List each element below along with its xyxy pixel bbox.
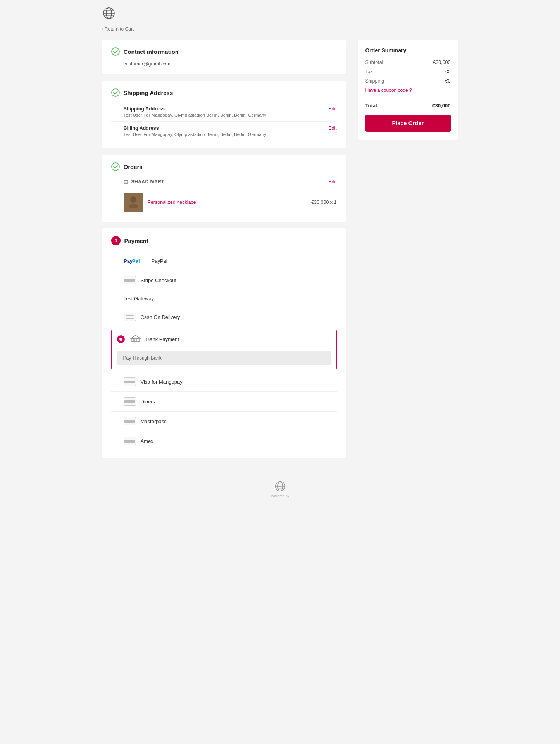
paypal-icon: Pay Pal (124, 257, 147, 265)
contact-email: customer@gmail.com (111, 61, 337, 67)
breadcrumb-text[interactable]: Return to Cart (105, 26, 134, 32)
payment-method-masterpass[interactable]: Masterpass (111, 412, 337, 431)
billing-address-row: Billing Address Test User For Mangopay, … (111, 122, 337, 141)
amex-label: Amex (141, 438, 153, 444)
coupon-link[interactable]: Have a coupon code ? (365, 88, 451, 93)
order-price: €30,000 x 1 (311, 200, 336, 205)
shipping-label: Shipping (365, 78, 384, 84)
svg-rect-16 (138, 338, 140, 341)
billing-address-text: Test User For Mangopay, Olympiastadion B… (124, 132, 267, 137)
shipping-title: Shipping Address (124, 90, 173, 96)
orders-section: Orders ⊟ SHAAD MART Edit (102, 155, 346, 222)
bank-radio-selected (117, 335, 125, 343)
payment-method-amex[interactable]: Amex (111, 431, 337, 451)
payment-method-visa[interactable]: Visa for Mangopay (111, 372, 337, 392)
cod-icon (124, 313, 136, 321)
orders-check-icon (111, 162, 120, 171)
payment-step-badge: 4 (111, 236, 121, 245)
payment-section: 4 Payment Pay Pal PayPal (102, 228, 346, 458)
contact-section: Contact information customer@gmail.com (102, 40, 346, 74)
svg-point-9 (130, 196, 136, 203)
shipping-section: Shipping Address Shipping Address Test U… (102, 81, 346, 148)
store-icon: ⊟ (124, 179, 128, 185)
svg-point-10 (129, 204, 138, 208)
pay-through-bank-box: Pay Through Bank (117, 351, 331, 365)
orders-edit-button[interactable]: Edit (329, 179, 337, 184)
shipping-address-text: Test User For Mangopay, Olympiastadion B… (124, 113, 267, 117)
payment-method-cod[interactable]: Cash On Delivery (111, 307, 337, 327)
tax-label: Tax (365, 69, 373, 74)
place-order-button[interactable]: Place Order (365, 115, 451, 132)
payment-method-bank-selected[interactable]: Bank Payment Pay Through Bank (111, 329, 337, 370)
bank-payment-row[interactable]: Bank Payment (112, 329, 336, 349)
paypal-label: PayPal (152, 258, 167, 264)
summary-tax-row: Tax €0 (365, 69, 451, 74)
orders-header: Orders (111, 162, 337, 171)
test-gateway-label: Test Gateway (124, 296, 154, 301)
svg-point-5 (112, 48, 119, 55)
product-thumbnail (124, 193, 143, 212)
footer-text: Powered by (271, 494, 289, 498)
svg-marker-13 (131, 335, 140, 338)
masterpass-card-icon (124, 417, 136, 425)
amex-card-icon (124, 437, 136, 445)
masterpass-label: Masterpass (141, 418, 167, 424)
svg-point-7 (112, 163, 119, 170)
svg-text:Pay: Pay (124, 258, 133, 264)
chevron-icon: ‹ (102, 27, 103, 31)
order-item-row: Personalized necklace €30,000 x 1 (111, 190, 337, 214)
shipping-edit-button[interactable]: Edit (329, 106, 337, 112)
payment-title: Payment (124, 238, 149, 244)
payment-method-diners[interactable]: Diners (111, 392, 337, 412)
footer-logo-icon (274, 480, 286, 493)
svg-rect-14 (132, 338, 133, 341)
tax-value: €0 (445, 69, 451, 74)
product-name[interactable]: Personalized necklace (148, 200, 196, 205)
order-summary: Order Summary Subtotal €30,000 Tax €0 Sh… (358, 40, 458, 140)
payment-method-stripe[interactable]: Stripe Checkout (111, 270, 337, 290)
store-name: SHAAD MART (131, 179, 165, 184)
stripe-label: Stripe Checkout (141, 277, 177, 283)
total-value: €30,000 (432, 103, 451, 108)
contact-header: Contact information (111, 47, 337, 56)
summary-divider (365, 98, 451, 98)
subtotal-label: Subtotal (365, 60, 383, 65)
visa-label: Visa for Mangopay (141, 379, 183, 385)
payment-method-paypal[interactable]: Pay Pal PayPal (111, 251, 337, 270)
cod-label: Cash On Delivery (141, 314, 180, 320)
summary-title: Order Summary (365, 47, 451, 53)
contact-check-icon (111, 47, 120, 56)
subtotal-value: €30,000 (433, 60, 450, 65)
store-row: ⊟ SHAAD MART Edit (111, 176, 337, 187)
svg-rect-15 (135, 338, 136, 341)
diners-card-icon (124, 397, 136, 406)
shipping-header: Shipping Address (111, 88, 337, 97)
orders-title: Orders (124, 164, 143, 170)
shipping-address-label: Shipping Address (124, 106, 267, 112)
payment-method-test[interactable]: Test Gateway (111, 290, 337, 307)
visa-card-icon (124, 377, 136, 386)
shipping-check-icon (111, 88, 120, 97)
breadcrumb[interactable]: ‹ Return to Cart (102, 23, 458, 40)
bank-label: Bank Payment (146, 336, 179, 342)
summary-shipping-row: Shipping €0 (365, 78, 451, 84)
payment-header: 4 Payment (111, 236, 337, 245)
bank-icon (129, 334, 142, 344)
billing-edit-button[interactable]: Edit (329, 126, 337, 131)
footer: Powered by (102, 465, 458, 506)
contact-title: Contact information (124, 48, 179, 55)
shipping-address-row: Shipping Address Test User For Mangopay,… (111, 102, 337, 122)
summary-subtotal-row: Subtotal €30,000 (365, 60, 451, 65)
summary-total-row: Total €30,000 (365, 103, 451, 108)
shipping-value: €0 (445, 78, 451, 84)
diners-label: Diners (141, 399, 155, 405)
total-label: Total (365, 103, 377, 108)
svg-text:Pal: Pal (132, 258, 140, 264)
billing-address-label: Billing Address (124, 126, 267, 131)
svg-point-6 (112, 89, 119, 96)
stripe-card-icon (124, 276, 136, 284)
logo (102, 6, 116, 20)
